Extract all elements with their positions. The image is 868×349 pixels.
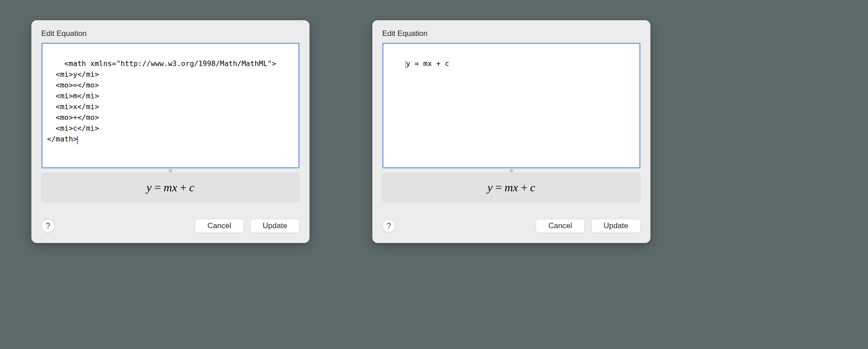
update-button[interactable]: Update [591,219,641,233]
dialog-footer: ? Cancel Update [41,219,300,233]
button-row: Cancel Update [195,219,300,233]
grip-icon [510,169,513,172]
dialog-title: Edit Equation [41,29,300,38]
help-button[interactable]: ? [382,219,396,233]
preview-term-m: m [164,181,172,194]
cancel-button[interactable]: Cancel [195,219,244,233]
equation-source-editor[interactable]: y = mx + c [382,43,641,168]
text-cursor [77,136,78,144]
preview-plus: + [180,181,187,194]
button-row: Cancel Update [536,219,641,233]
preview-term-x: x [172,181,178,194]
question-mark-icon: ? [387,221,391,231]
preview-eq: = [154,181,161,194]
preview-tail: c [530,181,536,194]
preview-lhs: y [147,181,152,194]
editor-text: <math xmlns="http://www.w3.org/1998/Math… [47,59,276,143]
dialog-title: Edit Equation [382,29,641,38]
editor-text: y = mx + c [406,59,449,68]
resize-handle[interactable] [382,168,641,173]
cancel-button[interactable]: Cancel [536,219,585,233]
preview-plus: + [521,181,528,194]
equation-source-editor[interactable]: <math xmlns="http://www.w3.org/1998/Math… [41,43,300,168]
dialog-footer: ? Cancel Update [382,219,641,233]
preview-lhs: y [488,181,493,194]
text-cursor [406,61,406,69]
edit-equation-dialog: Edit Equation y = mx + c y = mx + c ? Ca… [372,20,650,243]
grip-icon [169,169,172,172]
update-button[interactable]: Update [250,219,300,233]
help-button[interactable]: ? [41,219,55,233]
question-mark-icon: ? [46,221,50,231]
preview-eq: = [495,181,502,194]
resize-handle[interactable] [41,168,300,173]
edit-equation-dialog: Edit Equation <math xmlns="http://www.w3… [31,20,310,243]
equation-preview: y = mx + c [382,173,641,203]
preview-term-m: m [505,181,513,194]
equation-preview: y = mx + c [41,173,300,203]
preview-term-x: x [513,181,519,194]
preview-tail: c [189,181,195,194]
